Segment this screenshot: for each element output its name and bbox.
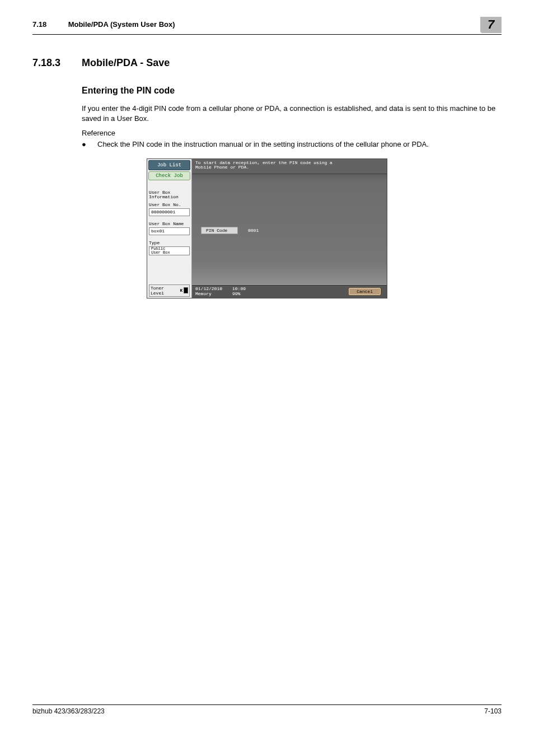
userbox-info-label: User Box Information	[149, 190, 190, 200]
toner-bar-icon	[184, 287, 188, 293]
heading-2: 7.18.3 Mobile/PDA - Save	[32, 57, 502, 69]
footer-product: bizhub 423/363/283/223	[32, 707, 105, 715]
footer-page-number: 7-103	[484, 707, 502, 715]
screenshot-left-panel: Job List Check Job User Box Information …	[147, 159, 192, 298]
userbox-no-label: User Box No.	[149, 203, 190, 208]
userbox-name-value: box01	[149, 227, 190, 235]
cancel-button[interactable]: Cancel	[348, 287, 381, 296]
bullet-icon: ●	[82, 139, 97, 150]
bullet-item: ● Check the PIN code in the instruction …	[82, 139, 502, 150]
heading-2-text: Mobile/PDA - Save	[82, 57, 170, 69]
main-area: PIN Code 0001	[192, 174, 387, 286]
pin-code-label: PIN Code	[201, 227, 238, 234]
header-section-title: Mobile/PDA (System User Box)	[68, 20, 175, 29]
page-footer: bizhub 423/363/283/223 7-103	[32, 704, 502, 715]
toner-label: Toner Level	[151, 286, 179, 296]
screenshot-main-panel: To start data reception, enter the PIN c…	[192, 159, 387, 298]
chapter-tab: 7	[480, 17, 502, 33]
heading-2-number: 7.18.3	[32, 57, 82, 69]
userbox-name-label: User Box Name	[149, 222, 190, 227]
device-screenshot: Job List Check Job User Box Information …	[147, 158, 387, 298]
pin-code-value: 0001	[248, 228, 259, 233]
toner-k-icon: K	[180, 288, 182, 293]
check-job-button[interactable]: Check Job	[148, 171, 190, 180]
type-label: Type	[149, 241, 190, 246]
job-list-tab[interactable]: Job List	[148, 160, 190, 170]
bullet-text: Check the PIN code in the instruction ma…	[97, 139, 429, 150]
userbox-no-value: 000000001	[149, 208, 190, 216]
heading-3: Entering the PIN code	[82, 86, 502, 96]
footer-memory-value: 99%	[232, 292, 246, 297]
toner-level: Toner Level K	[149, 284, 190, 297]
instruction-message: To start data reception, enter the PIN c…	[195, 161, 332, 171]
screenshot-footer: 01/12/2010 Memory 10:09 99% Cancel	[192, 285, 387, 298]
page-header: 7.18 Mobile/PDA (System User Box) 7	[32, 17, 502, 35]
paragraph: If you enter the 4-digit PIN code from a…	[82, 104, 502, 123]
header-left: 7.18 Mobile/PDA (System User Box)	[32, 17, 175, 29]
header-section-number: 7.18	[32, 20, 66, 29]
footer-memory-label: Memory	[195, 292, 222, 297]
reference-label: Reference	[82, 129, 502, 137]
type-value: Public User Box	[149, 246, 190, 255]
